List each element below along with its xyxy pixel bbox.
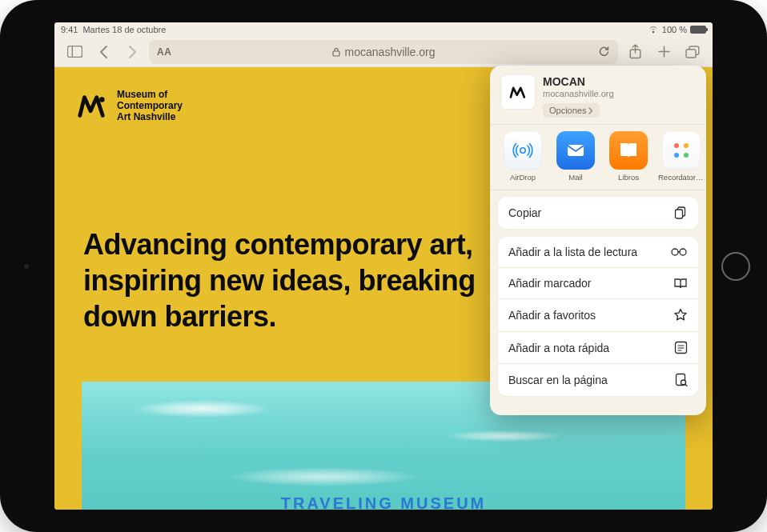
reminders-icon xyxy=(662,131,701,170)
glasses-icon xyxy=(670,247,688,257)
share-subtitle: mocanashville.org xyxy=(543,89,614,98)
lock-icon xyxy=(332,47,340,57)
action-label: Añadir a nota rápida xyxy=(508,342,609,354)
share-apps-row[interactable]: AirDropMailLibrosRecordatoriosNotas xyxy=(490,124,706,190)
address-bar[interactable]: AA mocanashville.org xyxy=(149,40,618,64)
svg-point-10 xyxy=(674,153,679,158)
home-button[interactable] xyxy=(721,252,750,281)
chevron-right-icon xyxy=(588,107,593,114)
url-text: mocanashville.org xyxy=(345,46,436,58)
share-thumbnail xyxy=(501,75,535,109)
svg-point-7 xyxy=(520,148,525,153)
forward-button[interactable] xyxy=(120,40,144,64)
reader-aa-button[interactable]: AA xyxy=(157,46,171,58)
logo-mark-icon xyxy=(77,91,107,122)
app-label: Recordatorios xyxy=(658,173,705,182)
action-label: Copiar xyxy=(508,206,541,219)
share-action-quicknote[interactable]: Añadir a nota rápida xyxy=(498,332,698,364)
svg-rect-2 xyxy=(333,51,339,56)
new-tab-button[interactable] xyxy=(652,40,676,64)
share-actions-primary: Copiar xyxy=(498,197,698,229)
safari-toolbar: AA mocanashville.org xyxy=(54,37,713,67)
svg-rect-0 xyxy=(67,46,82,58)
banner-title: TRAVELING MUSEUM xyxy=(281,494,487,510)
svg-rect-5 xyxy=(686,49,696,57)
svg-point-19 xyxy=(672,249,678,255)
status-time: 9:41 xyxy=(61,25,78,34)
quicknote-icon xyxy=(674,341,688,354)
star-icon xyxy=(673,308,688,322)
share-button[interactable] xyxy=(623,40,647,64)
airdrop-icon xyxy=(504,131,542,170)
share-action-find[interactable]: Buscar en la página xyxy=(498,364,698,396)
tabs-button[interactable] xyxy=(681,40,705,64)
share-app-recordatorios[interactable]: Recordatorios xyxy=(658,131,705,182)
svg-point-9 xyxy=(674,143,679,148)
status-bar: 9:41 Martes 18 de octubre 100 % xyxy=(54,22,713,37)
svg-point-12 xyxy=(684,153,689,158)
share-action-star[interactable]: Añadir a favoritos xyxy=(498,299,698,332)
action-label: Añadir a la lista de lectura xyxy=(508,246,637,258)
copy-icon xyxy=(673,206,688,220)
sidebar-button[interactable] xyxy=(62,40,86,64)
share-app-airdrop[interactable]: AirDrop xyxy=(500,131,546,182)
logo-text: Museum of Contemporary Art Nashville xyxy=(117,90,183,122)
svg-point-11 xyxy=(684,143,689,148)
ipad-frame: 9:41 Martes 18 de octubre 100 % xyxy=(0,0,767,532)
app-label: Libros xyxy=(605,173,652,182)
app-label: Mail xyxy=(552,173,599,182)
share-action-bookmark[interactable]: Añadir marcador xyxy=(498,268,698,299)
share-action-glasses[interactable]: Añadir a la lista de lectura xyxy=(498,237,698,268)
screen: 9:41 Martes 18 de octubre 100 % xyxy=(54,22,713,510)
action-label: Buscar en la página xyxy=(508,374,608,386)
svg-point-20 xyxy=(680,249,686,255)
svg-point-6 xyxy=(99,97,104,102)
svg-rect-18 xyxy=(676,210,683,218)
share-action-copy[interactable]: Copiar xyxy=(498,197,698,229)
app-label: AirDrop xyxy=(500,173,546,182)
action-label: Añadir a favoritos xyxy=(508,309,596,322)
share-app-libros[interactable]: Libros xyxy=(605,131,652,182)
front-camera xyxy=(24,264,29,269)
book-icon xyxy=(609,131,648,170)
share-app-mail[interactable]: Mail xyxy=(552,131,599,182)
bookmark-icon xyxy=(673,277,688,290)
find-icon xyxy=(675,373,688,387)
share-actions-list: Añadir a la lista de lecturaAñadir marca… xyxy=(498,237,698,396)
action-label: Añadir marcador xyxy=(508,277,592,290)
mail-icon xyxy=(556,131,595,170)
status-date: Martes 18 de octubre xyxy=(82,25,166,34)
battery-percent: 100 % xyxy=(662,25,687,34)
back-button[interactable] xyxy=(91,40,115,64)
reload-button[interactable] xyxy=(598,46,610,58)
share-sheet: MOCAN mocanashville.org Opciones AirDrop… xyxy=(490,66,706,415)
battery-icon xyxy=(690,26,706,34)
share-title: MOCAN xyxy=(543,75,614,88)
wifi-icon xyxy=(648,26,659,34)
share-options-button[interactable]: Opciones xyxy=(543,103,600,118)
